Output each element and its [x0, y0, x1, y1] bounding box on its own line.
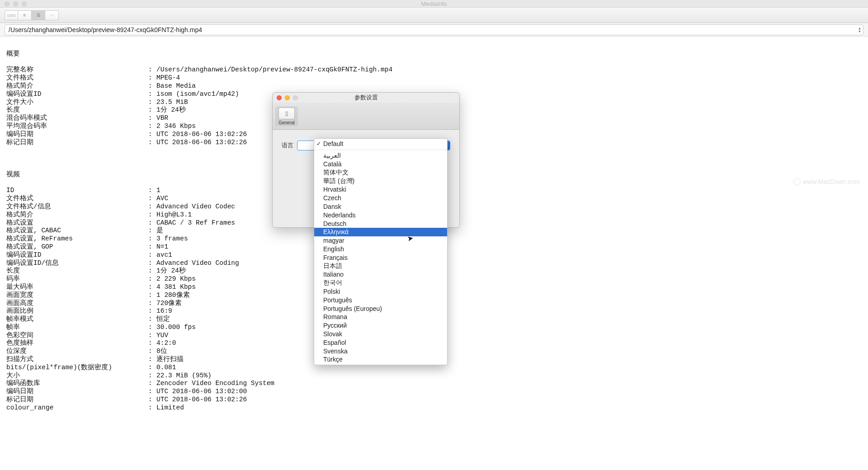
info-label: 长度 [6, 106, 148, 114]
language-option[interactable]: English [314, 245, 447, 254]
language-option[interactable]: Türkçe [314, 355, 447, 364]
info-label: 码率 [6, 275, 148, 283]
language-label: 语言 [282, 141, 293, 150]
info-value: 3 frames [156, 235, 862, 243]
language-option[interactable]: 简体中文 [314, 168, 447, 177]
prefs-zoom-button[interactable] [293, 95, 298, 100]
path-bar: /Users/zhanghanwei/Desktop/preview-89247… [0, 23, 868, 37]
info-label: 标记日期 [6, 139, 148, 147]
info-value: Advanced Video Codec [156, 203, 862, 211]
info-value: 30.000 fps [156, 324, 862, 332]
info-label: 位深度 [6, 348, 148, 356]
info-separator: : [148, 106, 156, 114]
info-value: 720像素 [156, 300, 862, 308]
language-option[interactable]: العربية [314, 151, 447, 160]
info-value: Base Media [156, 82, 862, 90]
language-option[interactable]: Português [314, 296, 447, 304]
language-option[interactable]: Default [314, 140, 447, 148]
language-option[interactable]: Svenska [314, 347, 447, 355]
info-separator: : [148, 211, 156, 219]
info-value: UTC 2018-06-06 13:02:00 [156, 388, 862, 396]
info-label: 编码设置ID [6, 90, 148, 99]
language-option[interactable]: Romana [314, 313, 447, 321]
prefs-minimize-button[interactable] [285, 95, 290, 100]
info-value: MPEG-4 [156, 74, 862, 82]
info-separator: : [148, 219, 156, 227]
info-separator: : [148, 122, 156, 131]
language-option[interactable]: 한국어 [314, 279, 447, 287]
info-value: isom (isom/avc1/mp42) [156, 90, 862, 99]
language-option[interactable]: Deutsch [314, 219, 447, 228]
file-path-input[interactable]: /Users/zhanghanwei/Desktop/preview-89247… [5, 24, 863, 35]
info-value: UTC 2018-06-06 13:02:26 [156, 139, 862, 147]
info-label: 完整名称 [6, 66, 148, 74]
info-separator: : [148, 203, 156, 211]
info-separator: : [148, 364, 156, 372]
dropdown-separator [314, 150, 447, 150]
language-option[interactable]: Czech [314, 194, 447, 202]
language-option[interactable]: magyar [314, 236, 447, 245]
info-label: 格式简介 [6, 211, 148, 219]
info-value: UTC 2018-06-06 13:02:26 [156, 131, 862, 139]
info-separator: : [148, 139, 156, 147]
zoom-dot[interactable] [22, 1, 27, 6]
info-label: ID [6, 187, 148, 195]
info-separator: : [148, 396, 156, 404]
info-separator: : [148, 90, 156, 99]
path-stepper-icon[interactable]: ▲▼ [858, 27, 861, 33]
info-label: 标记日期 [6, 396, 148, 404]
info-separator: : [148, 332, 156, 340]
language-option[interactable]: Português (Europeu) [314, 304, 447, 313]
language-option[interactable]: Français [314, 253, 447, 262]
info-value: 4:2:0 [156, 339, 862, 348]
info-value: YUV [156, 332, 862, 340]
minimize-dot[interactable] [13, 1, 18, 6]
info-label: 色度抽样 [6, 339, 148, 348]
prefs-close-button[interactable] [277, 95, 282, 100]
info-separator: : [148, 187, 156, 195]
view-more-button[interactable]: ⋯ [45, 10, 59, 20]
info-separator: : [148, 315, 156, 324]
view-columns-button[interactable]: ≣ [32, 10, 45, 20]
language-option[interactable]: Slovak [314, 330, 447, 338]
info-value: 16:9 [156, 307, 862, 315]
language-dropdown: DefaultالعربيةCatalà简体中文華語 (台灣)HrvatskiC… [314, 138, 448, 365]
language-option[interactable]: Català [314, 160, 447, 169]
info-separator: : [148, 348, 156, 356]
close-dot[interactable] [5, 1, 9, 6]
main-toolbar: ▭▭ ≡ ≣ ⋯ [0, 8, 868, 23]
view-icon-button[interactable]: ▭▭ [5, 10, 18, 20]
language-option[interactable]: 日本語 [314, 262, 447, 270]
language-option[interactable]: Ελληνικά [314, 228, 447, 236]
info-value: 23.5 MiB [156, 99, 862, 107]
language-option[interactable]: 華語 (台灣) [314, 177, 447, 185]
info-separator: : [148, 99, 156, 107]
language-option[interactable]: Nederlands [314, 211, 447, 219]
info-value: VBR [156, 114, 862, 122]
info-value: 2 229 Kbps [156, 275, 862, 283]
info-value: 恒定 [156, 315, 862, 324]
info-separator: : [148, 339, 156, 348]
info-separator: : [148, 82, 156, 90]
info-label: 混合码率模式 [6, 114, 148, 122]
info-separator: : [148, 300, 156, 308]
info-separator: : [148, 283, 156, 291]
info-label: 平均混合码率 [6, 122, 148, 131]
info-separator: : [148, 235, 156, 243]
language-option[interactable]: Русский [314, 321, 447, 330]
prefs-tab-general[interactable]: ▯ General [275, 106, 298, 126]
info-label: 文件格式 [6, 195, 148, 203]
language-option[interactable]: Polski [314, 287, 447, 296]
info-row: 格式简介: Base Media [6, 82, 862, 90]
language-option[interactable]: Dansk [314, 202, 447, 211]
info-separator: : [148, 195, 156, 203]
view-list-button[interactable]: ≡ [18, 10, 32, 20]
info-label: 帧率 [6, 324, 148, 332]
info-value: Zencoder Video Encoding System [156, 380, 862, 388]
language-option[interactable]: Español [314, 338, 447, 347]
language-option[interactable]: Hrvatski [314, 185, 447, 194]
language-option[interactable]: Italiano [314, 270, 447, 279]
info-label: 编码函数库 [6, 380, 148, 388]
info-value: High@L3.1 [156, 211, 862, 219]
info-label: 编码设置ID [6, 251, 148, 259]
